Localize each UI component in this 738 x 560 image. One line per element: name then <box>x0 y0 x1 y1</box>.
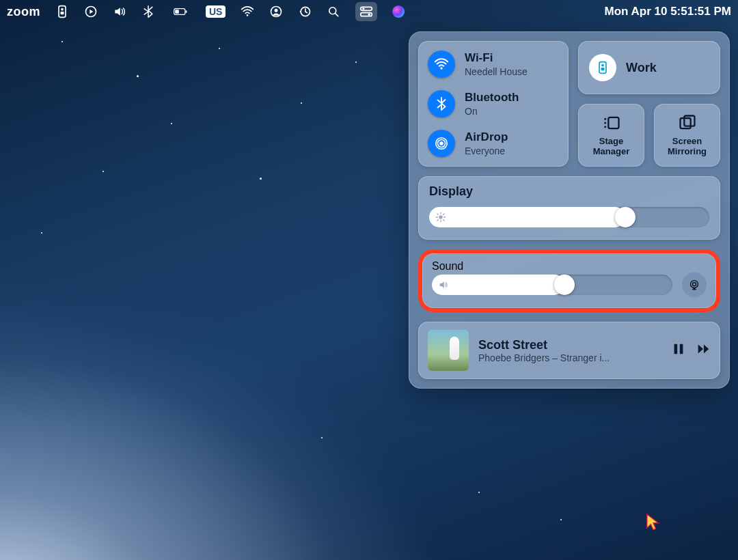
user-icon[interactable] <box>269 5 283 18</box>
bluetooth-icon[interactable] <box>141 5 155 18</box>
wifi-subtitle: Needell House <box>465 66 528 77</box>
connectivity-tile: Wi-Fi Needell House Bluetooth On AirDr <box>418 41 569 167</box>
svg-rect-33 <box>680 344 683 354</box>
svg-rect-27 <box>680 118 690 128</box>
pause-button[interactable] <box>671 341 686 359</box>
cursor-icon <box>646 512 661 531</box>
menubar: zoom US <box>0 0 738 23</box>
menubar-datetime[interactable]: Mon Apr 10 5:51:51 PM <box>605 5 731 18</box>
wifi-icon[interactable] <box>241 5 254 18</box>
svg-point-25 <box>604 122 606 124</box>
control-center-menubar-button[interactable] <box>355 2 377 21</box>
screen-mirroring-label: Screen Mirroring <box>668 137 707 157</box>
spotlight-icon[interactable] <box>327 5 340 18</box>
bluetooth-subtitle: On <box>465 106 519 117</box>
svg-point-26 <box>604 126 606 128</box>
svg-rect-6 <box>186 10 187 13</box>
focus-tile[interactable]: Work <box>578 41 720 94</box>
stage-manager-icon <box>602 113 621 132</box>
control-center-icon <box>359 5 373 18</box>
svg-rect-5 <box>175 10 179 14</box>
display-heading: Display <box>429 184 709 199</box>
speaker-icon <box>438 279 449 290</box>
svg-point-7 <box>247 14 249 16</box>
svg-rect-28 <box>684 116 694 126</box>
airplay-icon <box>687 278 701 292</box>
wifi-title: Wi-Fi <box>465 51 528 65</box>
stage-manager-tile[interactable]: Stage Manager <box>578 104 644 167</box>
sound-volume-slider[interactable] <box>432 275 672 295</box>
brightness-icon <box>435 212 446 223</box>
play-circle-icon[interactable] <box>84 5 98 18</box>
svg-point-16 <box>440 67 442 69</box>
next-track-button[interactable] <box>696 341 711 359</box>
bluetooth-icon <box>428 90 455 117</box>
focus-label: Work <box>626 61 657 75</box>
focus-work-icon <box>589 54 616 81</box>
wifi-icon <box>428 51 455 78</box>
input-source-badge[interactable]: US <box>206 5 226 18</box>
svg-point-31 <box>691 281 698 288</box>
display-tile: Display <box>418 176 720 240</box>
svg-rect-2 <box>61 12 64 14</box>
stage-manager-label: Stage Manager <box>593 137 629 157</box>
now-playing-tile[interactable]: Scott Street Phoebe Bridgers – Stranger … <box>418 322 720 379</box>
timemachine-icon[interactable] <box>298 5 312 18</box>
siri-icon[interactable] <box>392 5 405 18</box>
badge-icon[interactable] <box>55 5 69 18</box>
svg-rect-22 <box>601 68 605 70</box>
svg-rect-23 <box>608 117 618 128</box>
svg-point-29 <box>439 215 442 219</box>
svg-point-13 <box>363 8 365 10</box>
control-center-panel: Wi-Fi Needell House Bluetooth On AirDr <box>409 31 730 389</box>
sound-heading: Sound <box>432 260 707 272</box>
svg-point-9 <box>275 9 278 12</box>
bluetooth-title: Bluetooth <box>465 91 519 104</box>
svg-point-24 <box>604 118 606 120</box>
battery-icon[interactable] <box>170 5 191 18</box>
airdrop-toggle[interactable]: AirDrop Everyone <box>428 130 559 157</box>
svg-point-17 <box>439 141 443 145</box>
display-brightness-slider[interactable] <box>429 207 709 227</box>
volume-icon[interactable] <box>113 5 126 18</box>
airdrop-subtitle: Everyone <box>465 145 508 156</box>
airdrop-title: AirDrop <box>465 130 508 144</box>
album-art <box>428 330 469 371</box>
airplay-audio-button[interactable] <box>682 272 707 297</box>
now-playing-title: Scott Street <box>478 338 661 352</box>
bluetooth-toggle[interactable]: Bluetooth On <box>428 90 559 117</box>
svg-point-30 <box>693 283 696 286</box>
wifi-toggle[interactable]: Wi-Fi Needell House <box>428 51 559 78</box>
screen-mirroring-icon <box>678 113 697 132</box>
airdrop-icon <box>428 130 455 157</box>
sound-tile-annotated: Sound <box>418 249 720 312</box>
svg-rect-32 <box>674 344 678 354</box>
svg-point-1 <box>61 8 64 11</box>
screen-mirroring-tile[interactable]: Screen Mirroring <box>654 104 720 167</box>
svg-point-21 <box>601 64 604 67</box>
svg-point-15 <box>368 14 370 16</box>
now-playing-subtitle: Phoebe Bridgers – Stranger i... <box>478 352 661 363</box>
app-name[interactable]: zoom <box>7 5 40 19</box>
